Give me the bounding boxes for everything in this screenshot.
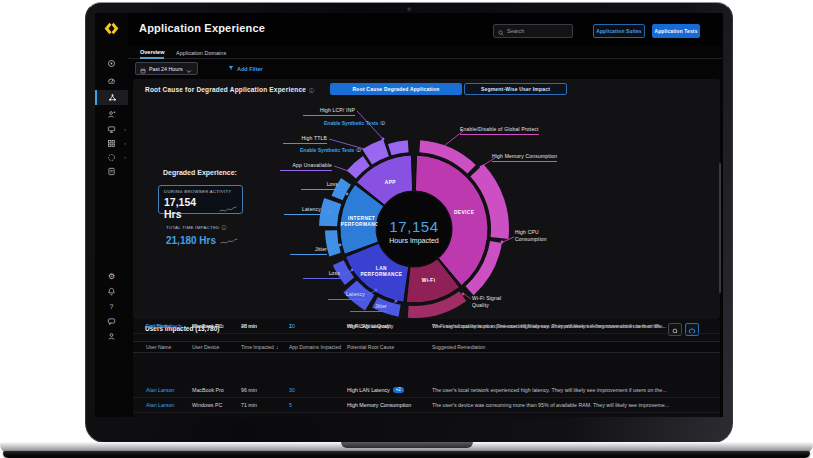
col-root-cause[interactable]: Potential Root Cause: [347, 344, 432, 350]
callout-internet-jitter: Jitter: [290, 246, 327, 255]
table-row[interactable]: Earl Hirthe Windows PC 28 min 10 Wi-Fi S…: [133, 319, 720, 334]
user-name-link[interactable]: Earl Hirthe: [146, 323, 192, 329]
callout-app-unavailable: App Unavailable: [280, 162, 332, 171]
svg-text:DEVICE: DEVICE: [454, 210, 475, 215]
sunburst-chart[interactable]: DEVICEWi-FiLANPERFORMANCEINTERNETPERFORM…: [133, 79, 720, 319]
funnel-icon: [228, 65, 234, 72]
sidebar-item-reports[interactable]: [95, 164, 128, 179]
tab-application-domains[interactable]: Application Domains: [176, 46, 226, 59]
info-icon: ⓘ: [380, 121, 385, 126]
sidebar-item-account[interactable]: [95, 329, 128, 344]
center-label: Hours Impacted: [389, 237, 439, 245]
enable-synthetic-tests-link[interactable]: Enable Synthetic Testsⓘ: [324, 120, 385, 126]
sidebar-item-explore[interactable]: [95, 56, 128, 71]
laptop-mockup: › › › ⚙: [0, 0, 813, 458]
col-remediation[interactable]: Suggested Remediation: [432, 344, 720, 350]
tab-overview[interactable]: Overview: [140, 46, 164, 59]
sidebar-item-devices[interactable]: ›: [95, 122, 128, 137]
callout-internet-loss: Loss: [301, 181, 338, 190]
application-tests-button[interactable]: Application Tests: [652, 24, 700, 38]
user-alert-icon: [107, 110, 116, 119]
table-header-row: User Name User Device Time Impacted↓ App…: [133, 341, 720, 353]
laptop-hinge-notch: [341, 442, 473, 448]
sidebar-item-help[interactable]: ?: [95, 299, 128, 314]
time-range-dropdown[interactable]: Past 24 Hours: [135, 62, 198, 75]
sort-desc-icon: ↓: [276, 344, 279, 350]
user-name-link[interactable]: Alan Larson: [146, 402, 192, 408]
page-title: Application Experience: [139, 22, 265, 34]
time-range-value: Past 24 Hours: [149, 66, 183, 72]
sidebar: › › › ⚙: [95, 13, 128, 417]
sidebar-item-user-alerts[interactable]: [95, 107, 128, 122]
enable-synthetic-tests-link[interactable]: Enable Synthetic Testsⓘ: [300, 147, 361, 153]
chevron-right-icon: ›: [124, 155, 126, 160]
chevron-down-icon: [186, 60, 192, 78]
col-user-device[interactable]: User Device: [192, 344, 241, 350]
dashed-circle-icon: [107, 153, 116, 162]
bell-icon: [107, 287, 116, 296]
chevron-right-icon: ›: [124, 141, 126, 146]
gauge-icon: [107, 76, 116, 85]
tab-bar: Overview Application Domains: [128, 46, 722, 59]
calendar-icon: [140, 60, 146, 78]
scrollbar[interactable]: [719, 163, 721, 293]
callout-high-cpu: High CPU Consumption: [515, 229, 567, 243]
application-suites-button[interactable]: Application Suites: [593, 24, 645, 38]
sidebar-item-settings-hub[interactable]: ›: [95, 150, 128, 165]
sidebar-item-settings[interactable]: ⚙: [95, 269, 128, 284]
root-cause-panel: Root Cause for Degraded Application Expe…: [133, 79, 720, 319]
callout-lan-latency: Latency: [328, 291, 365, 300]
callout-high-ttlb: High TTLB: [283, 135, 327, 144]
more-causes-badge[interactable]: +2: [393, 387, 404, 393]
document-icon: [107, 167, 116, 176]
search-input[interactable]: Search: [493, 24, 573, 38]
app-domains-link[interactable]: 10: [289, 323, 347, 329]
filter-bar: Past 24 Hours Add Filter: [128, 59, 722, 79]
center-value: 17,154: [389, 218, 438, 235]
callout-lan-jitter: Jitter: [350, 303, 387, 312]
chat-icon: [107, 317, 116, 326]
radar-icon: [107, 59, 116, 68]
app-window: › › › ⚙: [95, 13, 723, 417]
callout-wifi-quality: Wi-Fi Signal Quality: [472, 295, 516, 309]
brand-logo-icon[interactable]: [103, 20, 120, 37]
sidebar-item-apps[interactable]: ›: [95, 136, 128, 151]
info-icon: ⓘ: [356, 148, 361, 153]
add-filter-button[interactable]: Add Filter: [228, 62, 263, 75]
chevron-right-icon: ›: [124, 127, 126, 132]
callout-high-lcp: High LCP/ INP: [303, 107, 355, 116]
table-row[interactable]: Alan Larson MacBook Pro 96 min 30 High L…: [133, 383, 720, 398]
webcam: [407, 7, 412, 12]
user-icon: [107, 332, 116, 341]
sidebar-item-feedback[interactable]: [95, 314, 128, 329]
svg-text:APP: APP: [385, 180, 396, 185]
users-impacted-section: Users Impacted (13,780) User Name User D…: [133, 319, 720, 417]
main-content: Application Experience Search Applicatio…: [128, 13, 722, 417]
callout-high-memory: High Memory Consumption: [492, 153, 557, 162]
user-name-link[interactable]: Alan Larson: [146, 387, 192, 393]
callout-global-protect: Enable/Disable of Global Protect: [460, 126, 539, 135]
table-row[interactable]: Alan Larson Windows PC 71 min 5 High Mem…: [133, 398, 720, 413]
sidebar-item-application-experience[interactable]: [95, 90, 128, 105]
app-domains-link[interactable]: 30: [289, 387, 347, 393]
top-bar: Application Experience Search Applicatio…: [128, 13, 722, 46]
callout-internet-latency: Latency: [284, 206, 321, 215]
gear-icon: ⚙: [108, 273, 115, 281]
callout-lan-loss: Loss: [303, 270, 340, 279]
col-app-domains[interactable]: App Domains Impacted: [289, 344, 347, 350]
app-domains-link[interactable]: 5: [289, 402, 347, 408]
svg-text:Wi-Fi: Wi-Fi: [422, 278, 436, 283]
grid-icon: [107, 139, 116, 148]
search-icon: [498, 22, 504, 40]
network-icon: [108, 93, 117, 102]
laptop-base-shadow: [3, 451, 810, 458]
help-icon: ?: [110, 303, 114, 310]
col-time-impacted[interactable]: Time Impacted↓: [241, 344, 289, 350]
col-user-name[interactable]: User Name: [146, 344, 192, 350]
sidebar-item-notifications[interactable]: [95, 284, 128, 299]
monitor-icon: [107, 125, 116, 134]
search-placeholder: Search: [507, 28, 524, 34]
sidebar-item-performance[interactable]: [95, 73, 128, 88]
laptop-bezel: › › › ⚙: [85, 2, 733, 443]
